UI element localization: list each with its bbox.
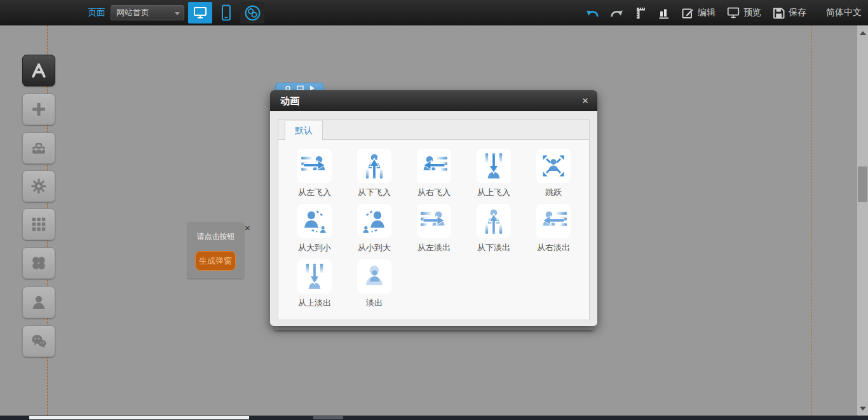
sidebar-item-add[interactable] xyxy=(22,93,55,125)
sidebar-item-plugins[interactable] xyxy=(22,247,55,279)
app-design-icon xyxy=(29,61,48,80)
fade-out-left-icon xyxy=(420,207,448,235)
anim-item-jump[interactable]: 跳跃 xyxy=(524,149,583,204)
anim-item-fade-out-left[interactable]: 从左淡出 xyxy=(404,204,464,259)
redo-button[interactable] xyxy=(610,8,623,18)
grid-icon xyxy=(30,215,48,233)
save-label: 保存 xyxy=(789,7,806,18)
sidebar-item-modules[interactable] xyxy=(22,208,55,240)
horizontal-scrollbar-thumb-secondary[interactable] xyxy=(313,416,343,419)
anim-item-label: 从左飞入 xyxy=(285,187,344,198)
anim-item-fade-out[interactable]: 淡出 xyxy=(344,259,404,315)
anim-item-fly-in-left[interactable]: 从左飞入 xyxy=(285,149,344,204)
sidebar-item-wechat[interactable] xyxy=(22,325,55,357)
scroll-down-icon[interactable] xyxy=(860,407,866,410)
anim-item-label: 从小到大 xyxy=(344,242,404,254)
anim-item-label: 从下淡出 xyxy=(464,242,524,254)
small-to-big-icon xyxy=(360,207,388,235)
modal-tab-strip: 默认 xyxy=(278,119,590,140)
jump-icon xyxy=(539,152,567,180)
hidden-popup-edge xyxy=(275,326,593,330)
widget-close-icon[interactable]: × xyxy=(245,223,250,233)
toolbox-icon xyxy=(30,139,48,157)
vertical-scrollbar-thumb[interactable] xyxy=(858,166,867,202)
chevron-down-icon xyxy=(175,12,180,15)
anim-item-label: 从上淡出 xyxy=(285,297,344,309)
anim-item-big-to-small[interactable]: 从大到小 xyxy=(285,204,344,259)
desktop-view-button[interactable] xyxy=(188,2,212,24)
fade-out-icon xyxy=(360,262,388,290)
fade-out-right-icon xyxy=(539,207,567,235)
fade-out-top-icon xyxy=(301,262,329,290)
edit-button[interactable]: 编辑 xyxy=(681,6,715,20)
fly-in-right-icon xyxy=(420,152,448,180)
fly-in-bottom-icon xyxy=(360,152,388,180)
fade-out-bottom-icon xyxy=(480,207,508,235)
anim-item-label: 从右飞入 xyxy=(404,187,464,198)
preview-icon xyxy=(726,6,740,20)
tab-default[interactable]: 默认 xyxy=(285,120,323,140)
anim-item-label: 从右淡出 xyxy=(524,242,583,254)
edit-label: 编辑 xyxy=(698,7,715,18)
preview-button[interactable]: 预览 xyxy=(726,6,761,20)
top-toolbar: 页面 网站首页 xyxy=(0,0,868,25)
anim-item-fly-in-top[interactable]: 从上飞入 xyxy=(464,149,524,204)
redo-icon xyxy=(610,8,623,18)
chart-icon xyxy=(658,6,670,20)
toolbar-right-group: 编辑 预览 保存 简体中文 xyxy=(586,0,862,25)
save-button[interactable]: 保存 xyxy=(772,6,806,20)
horizontal-scrollbar[interactable] xyxy=(0,416,868,420)
save-icon xyxy=(772,6,785,20)
anim-item-fade-out-top[interactable]: 从上淡出 xyxy=(285,259,344,315)
link-icon xyxy=(244,4,261,22)
fly-in-top-icon xyxy=(480,152,508,180)
horizontal-scrollbar-thumb[interactable] xyxy=(29,416,249,419)
guide-line-right xyxy=(811,25,811,416)
sidebar-item-member[interactable] xyxy=(22,287,55,318)
ruler-button[interactable] xyxy=(634,6,647,20)
animation-modal: 动画 × 默认 从左飞入 从下飞入 从右飞入 从上飞入 xyxy=(270,90,597,326)
modal-body: 默认 从左飞入 从下飞入 从右飞入 从上飞入 跳跃 xyxy=(270,111,597,320)
modal-close-icon[interactable]: × xyxy=(582,90,588,111)
undo-button[interactable] xyxy=(586,8,599,18)
anim-item-label: 淡出 xyxy=(344,297,404,309)
sidebar-item-settings[interactable] xyxy=(22,170,55,202)
page-select-dropdown[interactable]: 网站首页 xyxy=(111,5,184,20)
modal-title: 动画 xyxy=(280,90,299,111)
wechat-icon xyxy=(29,332,48,350)
anim-item-fade-out-bottom[interactable]: 从下淡出 xyxy=(464,204,524,259)
mobile-view-button[interactable] xyxy=(216,2,236,24)
site-builder-app: 页面 网站首页 xyxy=(0,0,868,420)
edit-icon xyxy=(681,6,695,20)
widget-text: 请点击按钮 xyxy=(188,231,243,242)
anim-item-fly-in-right[interactable]: 从右飞入 xyxy=(404,149,464,204)
anim-item-small-to-big[interactable]: 从小到大 xyxy=(344,204,404,259)
page-select-value: 网站首页 xyxy=(116,8,149,17)
undo-icon xyxy=(586,8,599,18)
anim-item-fade-out-right[interactable]: 从右淡出 xyxy=(524,204,583,259)
fly-in-left-icon xyxy=(301,152,329,180)
animation-grid: 从左飞入 从下飞入 从右飞入 从上飞入 跳跃 从大到小 从小到大 xyxy=(278,140,589,315)
anim-item-label: 从上飞入 xyxy=(464,187,524,198)
sidebar-item-design[interactable] xyxy=(22,55,55,86)
mobile-icon xyxy=(218,4,234,22)
anim-item-fly-in-bottom[interactable]: 从下飞入 xyxy=(344,149,404,204)
big-to-small-icon xyxy=(301,207,329,235)
stats-button[interactable] xyxy=(658,6,670,20)
modal-header[interactable]: 动画 × xyxy=(270,90,597,111)
preview-label: 预览 xyxy=(743,7,761,18)
anim-item-label: 跳跃 xyxy=(524,187,583,198)
popup-trigger-widget[interactable]: 请点击按钮 生成弹窗 xyxy=(188,222,243,278)
ruler-icon xyxy=(634,6,647,20)
sidebar-item-toolbox[interactable] xyxy=(22,132,55,164)
language-switcher[interactable]: 简体中文 xyxy=(826,7,862,18)
modal-panel: 从左飞入 从下飞入 从右飞入 从上飞入 跳跃 从大到小 从小到大 xyxy=(278,140,590,320)
vertical-scrollbar[interactable] xyxy=(857,25,868,416)
generate-popup-button[interactable]: 生成弹窗 xyxy=(195,251,236,271)
anim-item-label: 从左淡出 xyxy=(404,242,464,254)
scroll-up-icon[interactable] xyxy=(860,31,866,35)
anim-item-label: 从大到小 xyxy=(285,242,344,254)
desktop-icon xyxy=(193,5,208,20)
person-icon xyxy=(30,294,48,311)
link-button[interactable] xyxy=(240,2,264,24)
